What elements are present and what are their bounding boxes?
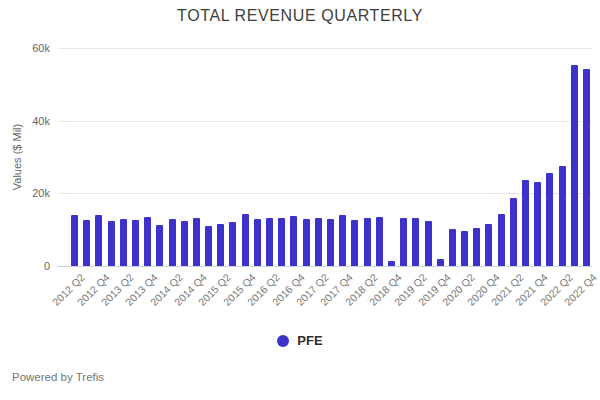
bar-2015-q3[interactable] — [229, 222, 236, 266]
bar-2012-q3[interactable] — [83, 220, 90, 266]
y-tick-label: 0 — [10, 260, 50, 272]
bar-2022-q1[interactable] — [546, 173, 553, 266]
bar-2014-q1[interactable] — [156, 225, 163, 266]
bar-2019-q3[interactable] — [425, 221, 432, 266]
bar-2019-q2[interactable] — [412, 218, 419, 266]
bar-2017-q4[interactable] — [339, 215, 346, 266]
bar-2018-q2[interactable] — [364, 218, 371, 266]
bar-2017-q2[interactable] — [315, 218, 322, 266]
bar-2016-q3[interactable] — [278, 218, 285, 266]
bar-2022-q4[interactable] — [583, 69, 590, 266]
y-tick-label: 60k — [10, 42, 50, 54]
bar-2014-q2[interactable] — [169, 219, 176, 266]
bar-2018-q3[interactable] — [376, 217, 383, 266]
bar-2014-q3[interactable] — [181, 221, 188, 266]
gridline — [58, 48, 592, 49]
bar-2020-q1[interactable] — [449, 229, 456, 266]
bar-2014-q4[interactable] — [193, 218, 200, 266]
bar-2016-q2[interactable] — [266, 218, 273, 266]
bar-2017-q1[interactable] — [303, 219, 310, 266]
bar-2021-q4[interactable] — [534, 182, 541, 266]
bar-2020-q4[interactable] — [485, 224, 492, 266]
bar-2017-q3[interactable] — [327, 219, 334, 266]
bar-2021-q1[interactable] — [498, 214, 505, 266]
legend-item-pfe[interactable]: PFE — [0, 333, 600, 348]
bar-2018-q4[interactable] — [388, 261, 395, 266]
bar-2021-q2[interactable] — [510, 198, 517, 266]
bar-2019-q4[interactable] — [437, 259, 444, 266]
gridline — [58, 193, 592, 194]
bar-2022-q2[interactable] — [559, 166, 566, 266]
y-tick-label: 20k — [10, 187, 50, 199]
bar-2016-q1[interactable] — [254, 219, 261, 266]
gridline — [58, 121, 592, 122]
bar-2019-q1[interactable] — [400, 218, 407, 266]
bar-2013-q4[interactable] — [144, 217, 151, 266]
bar-2020-q2[interactable] — [461, 231, 468, 266]
bar-2012-q4[interactable] — [95, 215, 102, 266]
y-tick-label: 40k — [10, 115, 50, 127]
powered-by-trefis: Powered by Trefis — [12, 371, 104, 383]
bar-2020-q3[interactable] — [473, 228, 480, 266]
bar-2021-q3[interactable] — [522, 180, 529, 266]
bar-2013-q2[interactable] — [120, 219, 127, 266]
legend-marker-icon — [277, 335, 289, 347]
bar-2013-q1[interactable] — [108, 221, 115, 266]
bar-2022-q3[interactable] — [571, 65, 578, 266]
legend-label: PFE — [297, 333, 322, 348]
bar-2013-q3[interactable] — [132, 220, 139, 266]
bar-2015-q2[interactable] — [217, 224, 224, 266]
bar-2016-q4[interactable] — [290, 216, 297, 266]
bar-2012-q2[interactable] — [71, 215, 78, 266]
chart-card: TOTAL REVENUE QUARTERLY Values ($ Mil) 0… — [0, 0, 600, 400]
bar-2015-q1[interactable] — [205, 226, 212, 266]
x-axis-line — [58, 266, 592, 267]
bar-2015-q4[interactable] — [242, 214, 249, 266]
bar-2018-q1[interactable] — [351, 220, 358, 266]
